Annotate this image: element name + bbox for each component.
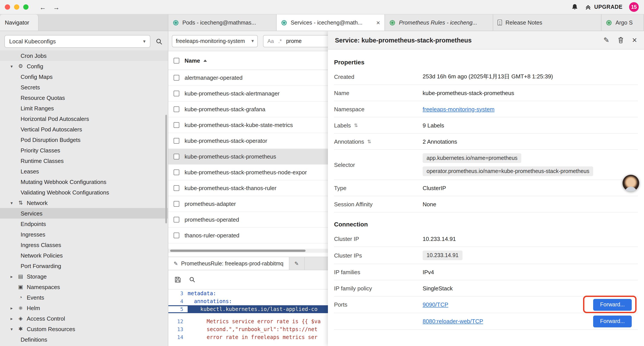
- port-link[interactable]: 9090/TCP: [422, 301, 448, 308]
- delete-resource-icon[interactable]: [618, 37, 624, 43]
- sidebar-item-namespaces[interactable]: ▣Namespaces: [0, 282, 168, 292]
- forward-icon[interactable]: →: [53, 3, 60, 11]
- sidebar-item-vertical-pod-autoscalers[interactable]: Vertical Pod Autoscalers: [0, 124, 168, 134]
- table-row-kube-prometheus-stack-grafana[interactable]: kube-prometheus-stack-grafana: [168, 102, 328, 117]
- yaml-editor[interactable]: 3metadata:4 annotations:5 kubectl.kubern…: [168, 290, 328, 346]
- namespace-link[interactable]: freeleaps-monitoring-system: [422, 106, 494, 112]
- port-link[interactable]: 8080:reloader-web/TCP: [422, 318, 483, 325]
- tab-argo-s[interactable]: Argo S: [602, 14, 644, 31]
- sidebar-item-storage[interactable]: ▸▤Storage: [0, 271, 168, 282]
- row-checkbox[interactable]: [174, 201, 179, 207]
- tab-release-notes[interactable]: Release Notes: [493, 14, 602, 31]
- maximize-window-button[interactable]: [23, 4, 28, 10]
- row-checkbox[interactable]: [174, 185, 179, 191]
- tab-prometheus-rules-icecheng[interactable]: Prometheus Rules - icecheng...: [385, 14, 493, 31]
- editor-tab-prometheusrule[interactable]: ✎ PrometheusRule: freeleaps-prod-rabbitm…: [168, 257, 289, 270]
- chevron-right-icon[interactable]: ▸: [9, 306, 14, 310]
- sidebar-item-access-control[interactable]: ▸◈Access Control: [0, 313, 168, 324]
- sidebar-item-pod-disruption-budgets[interactable]: Pod Disruption Budgets: [0, 134, 168, 145]
- sidebar-item-horizontal-pod-autoscalers[interactable]: Horizontal Pod Autoscalers: [0, 113, 168, 124]
- row-checkbox[interactable]: [174, 217, 179, 223]
- sidebar-item-services[interactable]: Services: [0, 208, 168, 219]
- table-row-kube-prometheus-stack-operator[interactable]: kube-prometheus-stack-operator: [168, 133, 328, 149]
- row-checkbox[interactable]: [174, 169, 179, 175]
- sidebar-item-network-policies[interactable]: Network Policies: [0, 250, 168, 261]
- minimize-window-button[interactable]: [14, 4, 19, 10]
- back-icon[interactable]: ←: [40, 3, 46, 11]
- row-checkbox[interactable]: [174, 138, 179, 144]
- sidebar-item-runtime-classes[interactable]: Runtime Classes: [0, 155, 168, 166]
- table-row-kube-prometheus-stack-prometheus-node-expor[interactable]: kube-prometheus-stack-prometheus-node-ex…: [168, 165, 328, 180]
- table-row-thanos-ruler-operated[interactable]: thanos-ruler-operated: [168, 228, 328, 244]
- tab-close-icon[interactable]: ×: [376, 19, 380, 26]
- sidebar-item-ingress-classes[interactable]: Ingress Classes: [0, 240, 168, 250]
- namespace-filter-select[interactable]: freeleaps-monitoring-system ▾: [172, 35, 258, 47]
- table-row-kube-prometheus-stack-kube-state-metrics[interactable]: kube-prometheus-stack-kube-state-metrics: [168, 117, 328, 133]
- notifications-bell-icon[interactable]: [572, 3, 578, 10]
- sidebar-item-custom-resources[interactable]: ▾✱Custom Resources: [0, 324, 168, 334]
- sort-arrows-icon[interactable]: ⇅: [354, 122, 358, 128]
- row-checkbox[interactable]: [174, 233, 179, 238]
- close-drawer-icon[interactable]: ×: [632, 36, 637, 44]
- table-row-kube-prometheus-stack-alertmanager[interactable]: kube-prometheus-stack-alertmanager: [168, 86, 328, 102]
- kubeconfig-selector[interactable]: Local Kubeconfigs ▾: [4, 35, 150, 48]
- tab-services-icecheng-math[interactable]: Services - icecheng@math...×: [277, 14, 385, 31]
- sidebar-item-priority-classes[interactable]: Priority Classes: [0, 145, 168, 155]
- sidebar-item-cron-jobs[interactable]: Cron Jobs: [0, 50, 168, 61]
- chevron-right-icon[interactable]: ▸: [9, 274, 14, 279]
- table-row-prometheus-adapter[interactable]: prometheus-adapter: [168, 196, 328, 212]
- match-case-toggle[interactable]: Aa: [268, 38, 274, 44]
- regex-toggle[interactable]: .*: [278, 38, 282, 44]
- close-window-button[interactable]: [5, 4, 10, 10]
- table-row-kube-prometheus-stack-thanos-ruler[interactable]: kube-prometheus-stack-thanos-ruler: [168, 180, 328, 196]
- select-all-checkbox[interactable]: [174, 58, 179, 63]
- sidebar-item-resource-quotas[interactable]: Resource Quotas: [0, 92, 168, 103]
- sidebar-search-icon[interactable]: [156, 38, 163, 45]
- sidebar-item-definitions[interactable]: Definitions: [0, 334, 168, 345]
- forward-button[interactable]: Forward...: [593, 299, 632, 311]
- upgrade-button[interactable]: UPGRADE: [585, 4, 622, 10]
- chevron-down-icon[interactable]: ▾: [9, 64, 14, 68]
- editor-tab-partial[interactable]: ✎: [289, 257, 304, 270]
- sort-arrows-icon[interactable]: ⇅: [367, 139, 371, 144]
- sidebar-item-events[interactable]: ◔Events: [0, 292, 168, 303]
- sidebar-item-network[interactable]: ▾⇅Network: [0, 198, 168, 208]
- notification-count-badge[interactable]: 15: [629, 2, 639, 12]
- sidebar-item-leases[interactable]: Leases: [0, 166, 168, 177]
- sidebar-item-limit-ranges[interactable]: Limit Ranges: [0, 103, 168, 113]
- row-checkbox[interactable]: [174, 106, 179, 112]
- table-row-kube-prometheus-stack-prometheus[interactable]: kube-prometheus-stack-prometheus: [168, 149, 328, 165]
- sidebar-item-helm[interactable]: ▸⎈Helm: [0, 303, 168, 313]
- table-row-prometheus-operated[interactable]: prometheus-operated: [168, 212, 328, 228]
- table-row-alertmanager-operated[interactable]: alertmanager-operated: [168, 70, 328, 86]
- forward-button[interactable]: Forward...: [593, 315, 632, 327]
- tab-pods-icecheng-mathmas[interactable]: Pods - icecheng@mathmas...: [168, 14, 277, 31]
- sidebar-item-mutating-webhook-configurations[interactable]: Mutating Webhook Configurations: [0, 177, 168, 187]
- sidebar-scrollbar[interactable]: [165, 115, 167, 223]
- chevron-right-icon[interactable]: ▸: [9, 316, 14, 321]
- row-checkbox[interactable]: [174, 122, 179, 128]
- sidebar-item-secrets[interactable]: Secrets: [0, 82, 168, 92]
- detail-label-text: IP families: [334, 269, 360, 275]
- sidebar-item-validating-webhook-configurations[interactable]: Validating Webhook Configurations: [0, 187, 168, 198]
- sidebar-item-config[interactable]: ▾⚙Config: [0, 61, 168, 71]
- save-icon[interactable]: [174, 276, 181, 283]
- chevron-down-icon[interactable]: ▾: [9, 200, 14, 205]
- user-avatar[interactable]: [622, 175, 639, 191]
- row-checkbox[interactable]: [174, 154, 179, 159]
- sidebar-item-config-maps[interactable]: Config Maps: [0, 71, 168, 82]
- sidebar-item-endpoints[interactable]: Endpoints: [0, 219, 168, 229]
- navigator-tab[interactable]: Navigator: [0, 14, 38, 31]
- horizontal-scrollbar-thumb[interactable]: [170, 250, 306, 252]
- edit-resource-icon[interactable]: ✎: [604, 36, 609, 44]
- sidebar-item-port-forwarding[interactable]: Port Forwarding: [0, 261, 168, 271]
- sort-ascending-icon: [204, 59, 207, 61]
- row-checkbox[interactable]: [174, 91, 179, 96]
- list-search-input[interactable]: Aa .* prome: [263, 35, 328, 47]
- editor-search-icon[interactable]: [189, 276, 196, 283]
- kubeconfig-selector-value: Local Kubeconfigs: [9, 38, 56, 45]
- row-checkbox[interactable]: [174, 75, 179, 81]
- sidebar-item-ingresses[interactable]: Ingresses: [0, 229, 168, 240]
- name-column-header[interactable]: Name: [184, 57, 200, 64]
- chevron-down-icon[interactable]: ▾: [9, 327, 14, 331]
